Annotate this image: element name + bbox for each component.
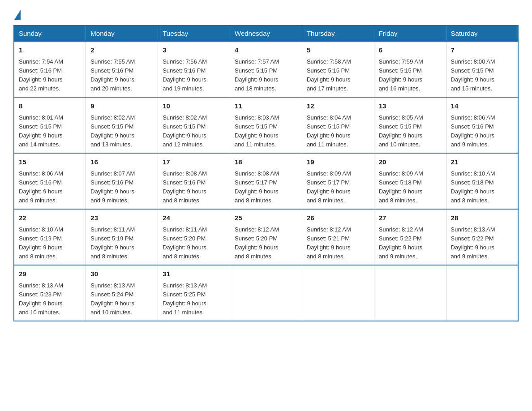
calendar-cell: 22Sunrise: 8:10 AMSunset: 5:19 PMDayligh… <box>14 209 86 265</box>
day-number: 28 <box>451 213 513 223</box>
day-info: Sunrise: 8:08 AMSunset: 5:17 PMDaylight:… <box>235 170 279 204</box>
day-info: Sunrise: 8:11 AMSunset: 5:20 PMDaylight:… <box>163 226 207 260</box>
day-number: 10 <box>163 101 225 111</box>
day-header-thursday: Thursday <box>302 26 374 41</box>
calendar-cell: 4Sunrise: 7:57 AMSunset: 5:15 PMDaylight… <box>230 41 302 97</box>
day-info: Sunrise: 8:01 AMSunset: 5:15 PMDaylight:… <box>19 114 63 148</box>
day-info: Sunrise: 8:13 AMSunset: 5:22 PMDaylight:… <box>451 226 495 260</box>
calendar-cell: 1Sunrise: 7:54 AMSunset: 5:16 PMDaylight… <box>14 41 86 97</box>
calendar-cell <box>302 265 374 321</box>
day-header-friday: Friday <box>374 26 446 41</box>
day-info: Sunrise: 8:07 AMSunset: 5:16 PMDaylight:… <box>90 170 135 204</box>
day-info: Sunrise: 8:09 AMSunset: 5:18 PMDaylight:… <box>379 170 423 204</box>
day-info: Sunrise: 8:05 AMSunset: 5:15 PMDaylight:… <box>379 114 423 148</box>
day-info: Sunrise: 8:13 AMSunset: 5:23 PMDaylight:… <box>19 282 63 316</box>
day-number: 19 <box>307 157 369 167</box>
day-number: 17 <box>163 157 225 167</box>
calendar-cell: 23Sunrise: 8:11 AMSunset: 5:19 PMDayligh… <box>86 209 158 265</box>
day-number: 30 <box>90 269 153 279</box>
calendar-cell: 8Sunrise: 8:01 AMSunset: 5:15 PMDaylight… <box>14 97 86 153</box>
day-number: 8 <box>19 101 81 111</box>
calendar-cell: 17Sunrise: 8:08 AMSunset: 5:16 PMDayligh… <box>158 153 230 209</box>
calendar-cell: 28Sunrise: 8:13 AMSunset: 5:22 PMDayligh… <box>446 209 518 265</box>
week-row-2: 8Sunrise: 8:01 AMSunset: 5:15 PMDaylight… <box>14 97 518 153</box>
day-number: 2 <box>90 45 153 56</box>
day-number: 20 <box>379 157 442 167</box>
day-info: Sunrise: 8:08 AMSunset: 5:16 PMDaylight:… <box>163 170 207 204</box>
day-number: 26 <box>307 213 369 223</box>
day-info: Sunrise: 7:58 AMSunset: 5:15 PMDaylight:… <box>307 58 351 92</box>
day-info: Sunrise: 8:10 AMSunset: 5:19 PMDaylight:… <box>19 226 63 260</box>
day-info: Sunrise: 7:59 AMSunset: 5:15 PMDaylight:… <box>379 58 423 92</box>
calendar-cell: 11Sunrise: 8:03 AMSunset: 5:15 PMDayligh… <box>230 97 302 153</box>
day-info: Sunrise: 7:54 AMSunset: 5:16 PMDaylight:… <box>19 58 63 92</box>
calendar-cell: 24Sunrise: 8:11 AMSunset: 5:20 PMDayligh… <box>158 209 230 265</box>
day-number: 14 <box>451 101 513 111</box>
calendar-cell: 29Sunrise: 8:13 AMSunset: 5:23 PMDayligh… <box>14 265 86 321</box>
day-number: 25 <box>235 213 297 223</box>
day-info: Sunrise: 7:56 AMSunset: 5:16 PMDaylight:… <box>163 58 207 92</box>
day-number: 29 <box>19 269 81 279</box>
day-info: Sunrise: 8:10 AMSunset: 5:18 PMDaylight:… <box>451 170 495 204</box>
logo <box>13 9 21 18</box>
day-info: Sunrise: 8:12 AMSunset: 5:21 PMDaylight:… <box>307 226 351 260</box>
days-of-week-row: SundayMondayTuesdayWednesdayThursdayFrid… <box>14 26 518 41</box>
day-header-tuesday: Tuesday <box>158 26 230 41</box>
day-number: 27 <box>379 213 442 223</box>
day-number: 31 <box>163 269 225 279</box>
day-info: Sunrise: 8:13 AMSunset: 5:24 PMDaylight:… <box>90 282 135 316</box>
day-number: 7 <box>451 45 513 56</box>
day-number: 23 <box>90 213 153 223</box>
calendar-cell: 20Sunrise: 8:09 AMSunset: 5:18 PMDayligh… <box>374 153 446 209</box>
calendar-cell: 15Sunrise: 8:06 AMSunset: 5:16 PMDayligh… <box>14 153 86 209</box>
day-number: 6 <box>379 45 442 56</box>
day-number: 5 <box>307 45 369 56</box>
day-info: Sunrise: 8:13 AMSunset: 5:25 PMDaylight:… <box>163 282 207 316</box>
calendar-cell: 21Sunrise: 8:10 AMSunset: 5:18 PMDayligh… <box>446 153 518 209</box>
calendar-cell: 2Sunrise: 7:55 AMSunset: 5:16 PMDaylight… <box>86 41 158 97</box>
calendar-cell: 31Sunrise: 8:13 AMSunset: 5:25 PMDayligh… <box>158 265 230 321</box>
day-number: 22 <box>19 213 81 223</box>
calendar-cell <box>446 265 518 321</box>
day-info: Sunrise: 8:03 AMSunset: 5:15 PMDaylight:… <box>235 114 279 148</box>
week-row-1: 1Sunrise: 7:54 AMSunset: 5:16 PMDaylight… <box>14 41 518 97</box>
day-info: Sunrise: 7:55 AMSunset: 5:16 PMDaylight:… <box>90 58 135 92</box>
calendar-cell: 13Sunrise: 8:05 AMSunset: 5:15 PMDayligh… <box>374 97 446 153</box>
calendar-cell: 25Sunrise: 8:12 AMSunset: 5:20 PMDayligh… <box>230 209 302 265</box>
week-row-5: 29Sunrise: 8:13 AMSunset: 5:23 PMDayligh… <box>14 265 518 321</box>
day-number: 1 <box>19 45 81 56</box>
day-header-wednesday: Wednesday <box>230 26 302 41</box>
day-info: Sunrise: 8:00 AMSunset: 5:15 PMDaylight:… <box>451 58 495 92</box>
calendar-cell: 30Sunrise: 8:13 AMSunset: 5:24 PMDayligh… <box>86 265 158 321</box>
day-number: 9 <box>90 101 153 111</box>
week-row-3: 15Sunrise: 8:06 AMSunset: 5:16 PMDayligh… <box>14 153 518 209</box>
calendar-cell: 10Sunrise: 8:02 AMSunset: 5:15 PMDayligh… <box>158 97 230 153</box>
calendar-cell <box>374 265 446 321</box>
day-number: 3 <box>163 45 225 56</box>
day-number: 11 <box>235 101 297 111</box>
calendar-cell: 12Sunrise: 8:04 AMSunset: 5:15 PMDayligh… <box>302 97 374 153</box>
day-info: Sunrise: 8:12 AMSunset: 5:20 PMDaylight:… <box>235 226 279 260</box>
day-info: Sunrise: 7:57 AMSunset: 5:15 PMDaylight:… <box>235 58 279 92</box>
calendar-cell: 27Sunrise: 8:12 AMSunset: 5:22 PMDayligh… <box>374 209 446 265</box>
day-info: Sunrise: 8:12 AMSunset: 5:22 PMDaylight:… <box>379 226 423 260</box>
logo-triangle-icon <box>14 10 21 20</box>
calendar-cell: 6Sunrise: 7:59 AMSunset: 5:15 PMDaylight… <box>374 41 446 97</box>
day-header-sunday: Sunday <box>14 26 86 41</box>
day-header-monday: Monday <box>86 26 158 41</box>
calendar-body: 1Sunrise: 7:54 AMSunset: 5:16 PMDaylight… <box>14 41 518 321</box>
day-header-saturday: Saturday <box>446 26 518 41</box>
calendar-table: SundayMondayTuesdayWednesdayThursdayFrid… <box>13 25 519 321</box>
calendar-header: SundayMondayTuesdayWednesdayThursdayFrid… <box>14 26 518 41</box>
day-info: Sunrise: 8:02 AMSunset: 5:15 PMDaylight:… <box>163 114 207 148</box>
day-number: 24 <box>163 213 225 223</box>
day-number: 21 <box>451 157 513 167</box>
calendar-cell: 7Sunrise: 8:00 AMSunset: 5:15 PMDaylight… <box>446 41 518 97</box>
day-info: Sunrise: 8:06 AMSunset: 5:16 PMDaylight:… <box>19 170 63 204</box>
day-number: 13 <box>379 101 442 111</box>
day-info: Sunrise: 8:02 AMSunset: 5:15 PMDaylight:… <box>90 114 135 148</box>
calendar-cell: 3Sunrise: 7:56 AMSunset: 5:16 PMDaylight… <box>158 41 230 97</box>
day-info: Sunrise: 8:11 AMSunset: 5:19 PMDaylight:… <box>90 226 135 260</box>
day-number: 16 <box>90 157 153 167</box>
day-info: Sunrise: 8:06 AMSunset: 5:16 PMDaylight:… <box>451 114 495 148</box>
